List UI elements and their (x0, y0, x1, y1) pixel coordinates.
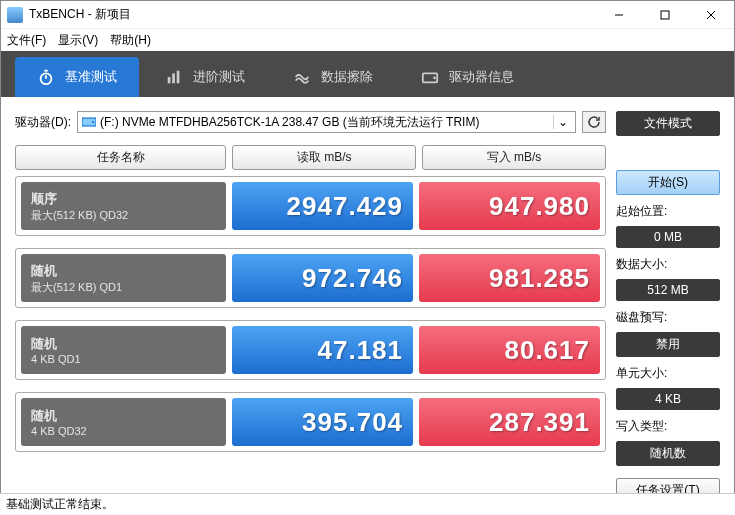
drive-value: (F:) NVMe MTFDHBA256TCK-1A 238.47 GB (当前… (100, 114, 553, 131)
tab-label: 驱动器信息 (449, 68, 514, 86)
menu-view[interactable]: 显示(V) (58, 32, 98, 49)
result-row: 顺序最大(512 KB) QD322947.429947.980 (15, 176, 606, 236)
tab-driveinfo[interactable]: 驱动器信息 (399, 57, 536, 97)
start-button[interactable]: 开始(S) (616, 170, 720, 195)
col-task-name: 任务名称 (15, 145, 226, 170)
col-write: 写入 mB/s (422, 145, 606, 170)
svg-point-11 (433, 77, 436, 80)
svg-point-4 (41, 73, 52, 84)
read-value: 47.181 (232, 326, 413, 374)
window-title: TxBENCH - 新项目 (29, 6, 596, 23)
chevron-down-icon: ⌄ (553, 115, 571, 129)
tab-label: 进阶测试 (193, 68, 245, 86)
drive-select[interactable]: (F:) NVMe MTFDHBA256TCK-1A 238.47 GB (当前… (77, 111, 576, 133)
bars-icon (165, 68, 183, 86)
result-row: 随机最大(512 KB) QD1972.746981.285 (15, 248, 606, 308)
task-name-box[interactable]: 随机4 KB QD32 (21, 398, 226, 446)
menu-file[interactable]: 文件(F) (7, 32, 46, 49)
task-title: 随机 (31, 407, 216, 425)
erase-icon (293, 68, 311, 86)
svg-rect-9 (177, 71, 180, 84)
filemode-button[interactable]: 文件模式 (616, 111, 720, 136)
task-title: 随机 (31, 335, 216, 353)
app-icon (7, 7, 23, 23)
minimize-button[interactable] (596, 1, 642, 29)
write-value: 981.285 (419, 254, 600, 302)
unitsize-label: 单元大小: (616, 365, 720, 382)
stopwatch-icon (37, 68, 55, 86)
close-button[interactable] (688, 1, 734, 29)
read-value: 2947.429 (232, 182, 413, 230)
startpos-label: 起始位置: (616, 203, 720, 220)
writetype-value[interactable]: 随机数 (616, 441, 720, 466)
tab-label: 数据擦除 (321, 68, 373, 86)
write-value: 80.617 (419, 326, 600, 374)
task-title: 顺序 (31, 190, 216, 208)
prefetch-value[interactable]: 禁用 (616, 332, 720, 357)
maximize-button[interactable] (642, 1, 688, 29)
result-row: 随机4 KB QD32395.704287.391 (15, 392, 606, 452)
svg-point-13 (92, 121, 94, 123)
task-name-box[interactable]: 随机最大(512 KB) QD1 (21, 254, 226, 302)
read-value: 972.746 (232, 254, 413, 302)
task-subtitle: 最大(512 KB) QD1 (31, 280, 216, 295)
result-row: 随机4 KB QD147.18180.617 (15, 320, 606, 380)
svg-rect-8 (172, 73, 175, 83)
drive-icon (421, 68, 439, 86)
write-value: 287.391 (419, 398, 600, 446)
startpos-value[interactable]: 0 MB (616, 226, 720, 248)
tab-label: 基准测试 (65, 68, 117, 86)
write-value: 947.980 (419, 182, 600, 230)
svg-rect-1 (661, 11, 669, 19)
task-name-box[interactable]: 顺序最大(512 KB) QD32 (21, 182, 226, 230)
drive-label: 驱动器(D): (15, 114, 71, 131)
prefetch-label: 磁盘预写: (616, 309, 720, 326)
read-value: 395.704 (232, 398, 413, 446)
menu-help[interactable]: 帮助(H) (110, 32, 151, 49)
unitsize-value[interactable]: 4 KB (616, 388, 720, 410)
svg-rect-6 (44, 70, 48, 72)
hdd-icon (82, 116, 96, 128)
datasize-label: 数据大小: (616, 256, 720, 273)
status-bar: 基础测试正常结束。 (0, 493, 735, 515)
task-subtitle: 最大(512 KB) QD32 (31, 208, 216, 223)
refresh-button[interactable] (582, 111, 606, 133)
tab-advanced[interactable]: 进阶测试 (143, 57, 267, 97)
datasize-value[interactable]: 512 MB (616, 279, 720, 301)
tab-erase[interactable]: 数据擦除 (271, 57, 395, 97)
task-name-box[interactable]: 随机4 KB QD1 (21, 326, 226, 374)
refresh-icon (587, 115, 601, 129)
task-subtitle: 4 KB QD1 (31, 353, 216, 365)
task-subtitle: 4 KB QD32 (31, 425, 216, 437)
col-read: 读取 mB/s (232, 145, 416, 170)
svg-rect-7 (168, 77, 171, 83)
task-title: 随机 (31, 262, 216, 280)
writetype-label: 写入类型: (616, 418, 720, 435)
tab-benchmark[interactable]: 基准测试 (15, 57, 139, 97)
